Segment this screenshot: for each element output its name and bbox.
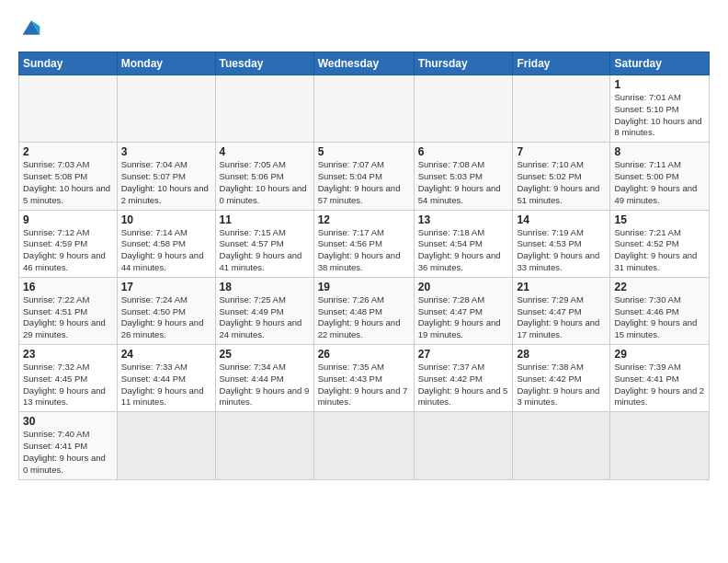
weekday-header-wednesday: Wednesday <box>313 52 414 75</box>
weekday-header-friday: Friday <box>513 52 610 75</box>
day-info: Sunrise: 7:08 AM Sunset: 5:03 PM Dayligh… <box>418 159 509 206</box>
calendar-cell: 12Sunrise: 7:17 AM Sunset: 4:56 PM Dayli… <box>313 210 414 277</box>
page-header <box>18 15 710 40</box>
weekday-header-sunday: Sunday <box>19 52 118 75</box>
day-info: Sunrise: 7:10 AM Sunset: 5:02 PM Dayligh… <box>517 159 606 206</box>
day-number: 30 <box>23 415 113 428</box>
day-number: 1 <box>614 78 705 91</box>
day-info: Sunrise: 7:03 AM Sunset: 5:08 PM Dayligh… <box>23 159 113 206</box>
calendar-cell: 21Sunrise: 7:29 AM Sunset: 4:47 PM Dayli… <box>513 277 610 344</box>
day-info: Sunrise: 7:34 AM Sunset: 4:44 PM Dayligh… <box>220 362 310 408</box>
calendar-cell <box>117 412 215 479</box>
day-number: 22 <box>614 281 705 293</box>
day-number: 26 <box>318 348 410 361</box>
day-number: 10 <box>121 213 211 226</box>
day-number: 2 <box>23 145 113 158</box>
day-number: 4 <box>220 145 310 158</box>
calendar-week-row: 1Sunrise: 7:01 AM Sunset: 5:10 PM Daylig… <box>19 75 710 143</box>
day-info: Sunrise: 7:19 AM Sunset: 4:53 PM Dayligh… <box>517 227 606 274</box>
day-info: Sunrise: 7:33 AM Sunset: 4:44 PM Dayligh… <box>121 362 211 408</box>
calendar-week-row: 16Sunrise: 7:22 AM Sunset: 4:51 PM Dayli… <box>19 277 710 344</box>
calendar-cell <box>414 412 513 479</box>
day-number: 6 <box>418 145 509 158</box>
day-info: Sunrise: 7:25 AM Sunset: 4:49 PM Dayligh… <box>220 294 310 341</box>
calendar-cell: 23Sunrise: 7:32 AM Sunset: 4:45 PM Dayli… <box>19 345 118 412</box>
day-number: 14 <box>517 213 606 226</box>
calendar-week-row: 2Sunrise: 7:03 AM Sunset: 5:08 PM Daylig… <box>19 143 710 210</box>
calendar-cell: 15Sunrise: 7:21 AM Sunset: 4:52 PM Dayli… <box>610 210 710 277</box>
calendar-cell <box>414 75 513 143</box>
day-info: Sunrise: 7:32 AM Sunset: 4:45 PM Dayligh… <box>23 362 113 408</box>
day-info: Sunrise: 7:01 AM Sunset: 5:10 PM Dayligh… <box>614 92 705 139</box>
calendar-cell: 19Sunrise: 7:26 AM Sunset: 4:48 PM Dayli… <box>313 277 414 344</box>
day-info: Sunrise: 7:28 AM Sunset: 4:47 PM Dayligh… <box>418 294 509 341</box>
day-info: Sunrise: 7:39 AM Sunset: 4:41 PM Dayligh… <box>614 362 705 408</box>
day-info: Sunrise: 7:04 AM Sunset: 5:07 PM Dayligh… <box>121 159 211 206</box>
calendar-cell: 5Sunrise: 7:07 AM Sunset: 5:04 PM Daylig… <box>313 143 414 210</box>
calendar-cell: 20Sunrise: 7:28 AM Sunset: 4:47 PM Dayli… <box>414 277 513 344</box>
day-number: 25 <box>220 348 310 361</box>
calendar-cell: 3Sunrise: 7:04 AM Sunset: 5:07 PM Daylig… <box>117 143 215 210</box>
day-info: Sunrise: 7:21 AM Sunset: 4:52 PM Dayligh… <box>614 227 705 274</box>
calendar-cell: 1Sunrise: 7:01 AM Sunset: 5:10 PM Daylig… <box>610 75 710 143</box>
calendar-cell: 11Sunrise: 7:15 AM Sunset: 4:57 PM Dayli… <box>215 210 313 277</box>
calendar-cell <box>117 75 215 143</box>
calendar-week-row: 23Sunrise: 7:32 AM Sunset: 4:45 PM Dayli… <box>19 345 710 412</box>
calendar-cell: 10Sunrise: 7:14 AM Sunset: 4:58 PM Dayli… <box>117 210 215 277</box>
calendar-cell <box>215 75 313 143</box>
calendar-cell: 4Sunrise: 7:05 AM Sunset: 5:06 PM Daylig… <box>215 143 313 210</box>
calendar-cell: 2Sunrise: 7:03 AM Sunset: 5:08 PM Daylig… <box>19 143 118 210</box>
calendar-cell: 7Sunrise: 7:10 AM Sunset: 5:02 PM Daylig… <box>513 143 610 210</box>
calendar-cell <box>513 412 610 479</box>
calendar-week-row: 30Sunrise: 7:40 AM Sunset: 4:41 PM Dayli… <box>19 412 710 479</box>
day-number: 18 <box>220 281 310 293</box>
day-number: 11 <box>220 213 310 226</box>
day-info: Sunrise: 7:22 AM Sunset: 4:51 PM Dayligh… <box>23 294 113 341</box>
calendar-cell: 22Sunrise: 7:30 AM Sunset: 4:46 PM Dayli… <box>610 277 710 344</box>
calendar-cell: 28Sunrise: 7:38 AM Sunset: 4:42 PM Dayli… <box>513 345 610 412</box>
calendar-cell <box>19 75 118 143</box>
day-number: 16 <box>23 281 113 293</box>
calendar-cell: 14Sunrise: 7:19 AM Sunset: 4:53 PM Dayli… <box>513 210 610 277</box>
day-number: 21 <box>517 281 606 293</box>
calendar-cell: 27Sunrise: 7:37 AM Sunset: 4:42 PM Dayli… <box>414 345 513 412</box>
day-info: Sunrise: 7:11 AM Sunset: 5:00 PM Dayligh… <box>614 159 705 206</box>
weekday-header-tuesday: Tuesday <box>215 52 313 75</box>
day-number: 24 <box>121 348 211 361</box>
calendar-cell <box>313 75 414 143</box>
day-info: Sunrise: 7:17 AM Sunset: 4:56 PM Dayligh… <box>318 227 410 274</box>
day-info: Sunrise: 7:35 AM Sunset: 4:43 PM Dayligh… <box>318 362 410 408</box>
weekday-header-saturday: Saturday <box>610 52 710 75</box>
day-number: 15 <box>614 213 705 226</box>
day-number: 3 <box>121 145 211 158</box>
day-number: 7 <box>517 145 606 158</box>
day-number: 5 <box>318 145 410 158</box>
day-number: 13 <box>418 213 509 226</box>
weekday-header-row: SundayMondayTuesdayWednesdayThursdayFrid… <box>19 52 710 75</box>
day-info: Sunrise: 7:26 AM Sunset: 4:48 PM Dayligh… <box>318 294 410 341</box>
day-number: 20 <box>418 281 509 293</box>
calendar-cell: 30Sunrise: 7:40 AM Sunset: 4:41 PM Dayli… <box>19 412 118 479</box>
calendar-cell <box>313 412 414 479</box>
calendar-cell: 24Sunrise: 7:33 AM Sunset: 4:44 PM Dayli… <box>117 345 215 412</box>
day-number: 23 <box>23 348 113 361</box>
calendar-cell: 18Sunrise: 7:25 AM Sunset: 4:49 PM Dayli… <box>215 277 313 344</box>
calendar-cell <box>513 75 610 143</box>
day-number: 9 <box>23 213 113 226</box>
day-number: 8 <box>614 145 705 158</box>
calendar-cell: 6Sunrise: 7:08 AM Sunset: 5:03 PM Daylig… <box>414 143 513 210</box>
weekday-header-monday: Monday <box>117 52 215 75</box>
calendar-cell: 9Sunrise: 7:12 AM Sunset: 4:59 PM Daylig… <box>19 210 118 277</box>
calendar-cell: 8Sunrise: 7:11 AM Sunset: 5:00 PM Daylig… <box>610 143 710 210</box>
day-info: Sunrise: 7:15 AM Sunset: 4:57 PM Dayligh… <box>220 227 310 274</box>
day-number: 19 <box>318 281 410 293</box>
calendar-cell: 17Sunrise: 7:24 AM Sunset: 4:50 PM Dayli… <box>117 277 215 344</box>
calendar-cell: 25Sunrise: 7:34 AM Sunset: 4:44 PM Dayli… <box>215 345 313 412</box>
day-info: Sunrise: 7:37 AM Sunset: 4:42 PM Dayligh… <box>418 362 509 408</box>
calendar-cell: 16Sunrise: 7:22 AM Sunset: 4:51 PM Dayli… <box>19 277 118 344</box>
calendar-cell: 29Sunrise: 7:39 AM Sunset: 4:41 PM Dayli… <box>610 345 710 412</box>
day-info: Sunrise: 7:05 AM Sunset: 5:06 PM Dayligh… <box>220 159 310 206</box>
calendar-cell: 26Sunrise: 7:35 AM Sunset: 4:43 PM Dayli… <box>313 345 414 412</box>
day-info: Sunrise: 7:07 AM Sunset: 5:04 PM Dayligh… <box>318 159 410 206</box>
day-number: 28 <box>517 348 606 361</box>
